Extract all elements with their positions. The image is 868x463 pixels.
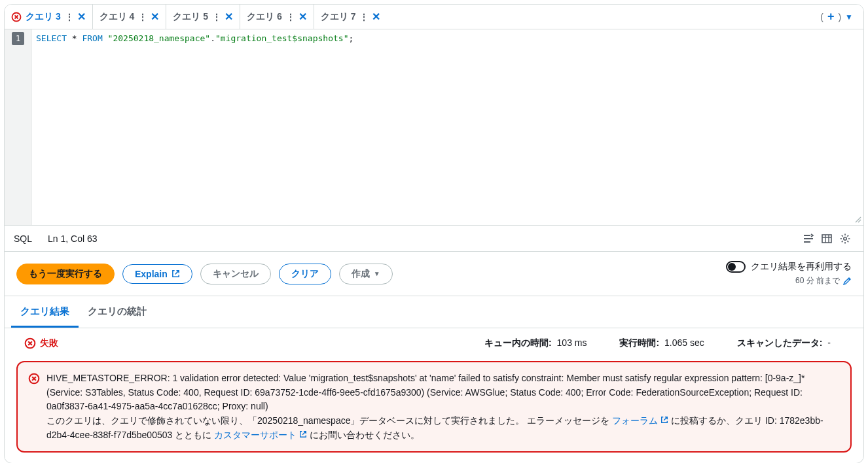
table-icon[interactable]: [818, 230, 836, 248]
error-icon: [11, 12, 22, 22]
close-icon[interactable]: ✕: [225, 10, 233, 23]
sql-editor[interactable]: 1 SELECT * FROM "20250218_namespace"."mi…: [5, 29, 863, 226]
tab-menu-icon[interactable]: ⋮: [286, 12, 295, 22]
status-failed: 失敗: [24, 337, 58, 349]
external-link-icon: [660, 416, 668, 424]
clear-button[interactable]: クリア: [279, 264, 331, 284]
close-icon[interactable]: ✕: [151, 10, 159, 23]
result-header: 失敗 キュー内の時間: 103 ms 実行時間: 1.065 sec スキャンし…: [5, 328, 863, 358]
status-bar: SQL Ln 1, Col 63: [5, 226, 863, 252]
svg-rect-1: [822, 235, 831, 243]
queue-time-label: キュー内の時間:: [484, 337, 552, 348]
format-icon[interactable]: [799, 230, 818, 248]
runtime-label: 実行時間:: [619, 337, 659, 348]
tab-menu-icon[interactable]: ⋮: [65, 12, 73, 22]
tab-label: クエリ 6: [247, 11, 282, 23]
tab-query-7[interactable]: クエリ 7 ⋮ ✕: [314, 5, 388, 29]
reuse-results: クエリ結果を再利用する 60 分 前まで: [726, 261, 852, 286]
tab-query-results[interactable]: クエリ結果: [11, 296, 79, 328]
tab-query-3[interactable]: クエリ 3 ⋮ ✕: [5, 5, 93, 29]
tab-menu-icon[interactable]: ⋮: [359, 12, 368, 22]
svg-point-2: [844, 237, 846, 239]
edit-icon[interactable]: [842, 277, 852, 286]
tab-menu-icon[interactable]: ⋮: [138, 12, 147, 22]
cursor-position: Ln 1, Col 63: [48, 233, 98, 244]
runtime-value: 1.065 sec: [664, 337, 704, 348]
reuse-sub-label: 60 分 前まで: [795, 275, 840, 286]
create-button[interactable]: 作成 ▼: [339, 264, 393, 284]
explain-button[interactable]: Explain: [122, 264, 192, 284]
cancel-button[interactable]: キャンセル: [200, 264, 271, 284]
tab-label: クエリ 5: [173, 11, 208, 23]
gutter: 1: [5, 29, 32, 225]
tab-query-5[interactable]: クエリ 5 ⋮ ✕: [166, 5, 240, 29]
error-message: HIVE_METASTORE_ERROR: 1 validation error…: [46, 371, 840, 442]
tab-dropdown-icon[interactable]: ▼: [845, 12, 853, 22]
forum-link[interactable]: フォーラム: [612, 415, 668, 426]
reuse-label: クエリ結果を再利用する: [751, 261, 852, 273]
tab-query-4[interactable]: クエリ 4 ⋮ ✕: [93, 5, 167, 29]
tab-menu-icon[interactable]: ⋮: [212, 12, 221, 22]
chevron-down-icon: ▼: [374, 270, 380, 277]
run-button[interactable]: もう一度実行する: [16, 264, 115, 284]
queue-time-value: 103 ms: [557, 337, 587, 348]
code-area[interactable]: SELECT * FROM "20250218_namespace"."migr…: [32, 29, 863, 225]
tab-label: クエリ 7: [321, 11, 356, 23]
resize-handle-icon[interactable]: [854, 216, 862, 224]
result-tabs: クエリ結果 クエリの統計: [5, 296, 863, 328]
tab-label: クエリ 3: [26, 11, 61, 23]
close-icon[interactable]: ✕: [298, 10, 307, 23]
language-label: SQL: [14, 233, 32, 244]
reuse-toggle[interactable]: [726, 261, 746, 273]
external-link-icon: [172, 269, 180, 278]
line-number: 1: [12, 32, 24, 45]
error-icon: [24, 337, 36, 349]
tab-label: クエリ 4: [99, 11, 135, 23]
settings-icon[interactable]: [836, 230, 854, 248]
close-icon[interactable]: ✕: [77, 10, 86, 23]
error-icon: [28, 373, 40, 442]
tab-bar: クエリ 3 ⋮ ✕ クエリ 4 ⋮ ✕ クエリ 5 ⋮ ✕ クエリ 6 ⋮ ✕ …: [5, 5, 863, 29]
close-icon[interactable]: ✕: [372, 10, 380, 23]
tabs-actions: ( + ) ▼: [820, 10, 858, 24]
scanned-value: -: [827, 337, 831, 348]
scanned-label: スキャンしたデータ:: [737, 337, 823, 348]
tab-query-stats[interactable]: クエリの統計: [79, 296, 156, 328]
add-tab-icon[interactable]: +: [827, 10, 835, 24]
external-link-icon: [299, 430, 307, 438]
support-link[interactable]: カスタマーサポート: [214, 430, 307, 440]
action-bar: もう一度実行する Explain キャンセル クリア 作成 ▼ クエリ結果を再利…: [5, 252, 863, 296]
tab-query-6[interactable]: クエリ 6 ⋮ ✕: [240, 5, 314, 29]
error-box: HIVE_METASTORE_ERROR: 1 validation error…: [16, 361, 852, 453]
